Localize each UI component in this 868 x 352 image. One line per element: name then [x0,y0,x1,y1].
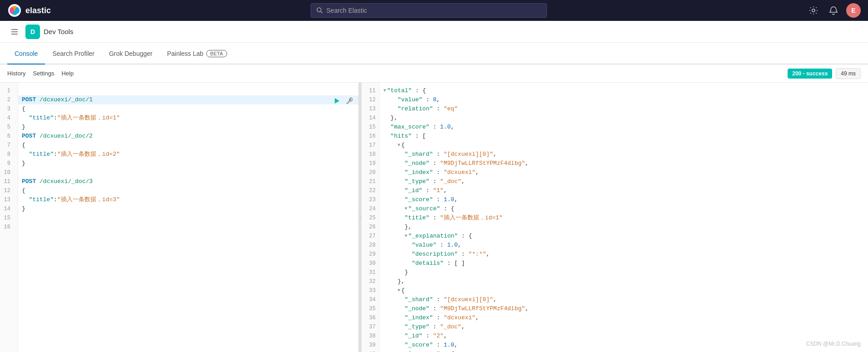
status-badge: 200 - success [788,69,832,79]
output-line-13: "relation" : "eq" [380,104,868,114]
beta-badge: BETA [206,50,227,57]
svg-point-3 [10,7,14,14]
play-icon [333,97,340,104]
output-line-24: ▼ "_source" : { [380,204,868,213]
editor-panel: 1 2 3 4 5 6 7 8 9 10 11 12 13 14 15 16 P… [0,83,359,352]
output-panel: 11 12 13 14 15 16 17 18 19 20 21 22 23 2… [362,83,868,352]
output-line-28: "value" : 1.0 , [380,241,868,250]
help-button[interactable]: Help [61,68,74,79]
output-line-30: "details" : [ ] [380,259,868,268]
top-navigation: elastic Search Elastic E [0,0,868,21]
editor-line-8: "title":"插入一条数据，id=2" [18,150,358,159]
output-line-35: "_node" : "M9DjTwLLRfStYPMzF4dlbg" , [380,304,868,313]
output-line-numbers: 11 12 13 14 15 16 17 18 19 20 21 22 23 2… [362,83,380,352]
editor-line-5: } [18,123,358,132]
output-line-36: "_index" : "dcxuexi" , [380,313,868,322]
output-line-11: ▼ "total" : { [380,86,868,95]
editor-line-11: POST /dcxuexi/_doc/3 [18,177,358,186]
history-button[interactable]: History [7,68,25,79]
app-badge: D [25,25,40,39]
output-line-29: "description" : "*:*" , [380,250,868,259]
tool-bar-left: History Settings Help [7,68,74,79]
output-line-25: "title" : "插入一条数据，id=1" [380,213,868,223]
output-line-22: "_id" : "1" , [380,186,868,195]
editor-line-numbers: 1 2 3 4 5 6 7 8 9 10 11 12 13 14 15 16 [0,83,18,352]
search-bar[interactable]: Search Elastic [311,3,547,18]
editor-line-15 [18,213,358,223]
main-content: 1 2 3 4 5 6 7 8 9 10 11 12 13 14 15 16 P… [0,83,868,352]
search-placeholder: Search Elastic [327,7,367,14]
output-line-39: "_score" : 1.0 , [380,341,868,350]
output-line-12: "value" : 8 , [380,95,868,104]
editor-line-2: POST /dcxuexi/_doc/1 [18,95,358,104]
output-line-19: "_node" : "M9DjTwLLRfStYPMzF4dlbg" , [380,159,868,168]
output-line-15: "max_score" : 1.0 , [380,123,868,132]
editor-line-4: "title":"插入一条数据，id=1" [18,114,358,123]
app-name: Dev Tools [44,28,74,35]
timing-badge: 49 ms [836,68,861,79]
tab-grok-debugger[interactable]: Grok Debugger [102,44,160,64]
tool-bar-right: 200 - success 49 ms [788,68,861,79]
user-avatar[interactable]: E [846,3,861,18]
editor-line-12: { [18,186,358,195]
output-with-lines: 11 12 13 14 15 16 17 18 19 20 21 22 23 2… [362,83,868,352]
elastic-logo-icon [7,3,22,18]
second-navigation: D Dev Tools [0,21,868,43]
editor-line-9: } [18,159,358,168]
output-line-37: "_type" : "_doc" , [380,322,868,332]
svg-marker-11 [335,98,339,104]
editor-content[interactable]: POST /dcxuexi/_doc/1 { "title":"插入一条数据，i… [18,83,358,352]
editor-line-16 [18,223,358,232]
hamburger-button[interactable] [7,25,22,39]
output-line-20: "_index" : "dcxuexi" , [380,168,868,177]
editor-line-6: POST /dcxuexi/_doc/2 [18,132,358,141]
editor-line-14: } [18,204,358,213]
editor-line-7: { [18,141,358,150]
editor-line-1 [18,86,358,95]
editor-line-10 [18,168,358,177]
svg-point-5 [317,8,321,12]
editor-line-3: { [18,104,358,114]
hamburger-icon [10,28,19,36]
settings-button[interactable]: Settings [33,68,54,79]
search-bar-container: Search Elastic [58,3,799,18]
settings-icon-btn[interactable] [806,3,821,18]
gear-icon [809,6,818,15]
watermark: CSDN @Mr.D.Chuang [806,339,861,348]
search-icon [317,7,323,14]
output-line-18: "_shard" : "[dcxuexi][0]" , [380,150,868,159]
query-options-button[interactable] [344,95,355,106]
svg-point-4 [15,7,20,14]
run-query-button[interactable] [331,95,342,106]
output-line-23: "_score" : 1.0 , [380,195,868,204]
output-line-14: }, [380,114,868,123]
elastic-logo[interactable]: elastic [7,3,51,18]
elastic-logo-text: elastic [25,6,51,15]
output-line-33: ▼ { [380,286,868,295]
tab-painless-lab[interactable]: Painless Lab BETA [160,44,234,64]
tab-console[interactable]: Console [7,44,45,64]
tab-bar: Console Search Profiler Grok Debugger Pa… [0,43,868,64]
editor-line-13: "title":"插入一条数据，id=3" [18,195,358,204]
output-content: ▼ "total" : { "value" : 8 , "relation" :… [380,83,868,352]
output-line-34: "_shard" : "[dcxuexi][0]" , [380,295,868,304]
svg-point-7 [812,9,815,12]
top-nav-icons: E [806,3,861,18]
output-line-16: "hits" : [ [380,132,868,141]
output-line-26: }, [380,223,868,232]
tab-search-profiler[interactable]: Search Profiler [45,44,102,64]
wrench-icon [346,97,353,104]
output-line-27: ▼ "_explanation" : { [380,232,868,241]
svg-line-6 [321,11,322,13]
output-line-40: ▼ "_source" : { [380,350,868,352]
svg-point-12 [350,99,351,101]
output-line-17: ▼ { [380,141,868,150]
tool-bar: History Settings Help 200 - success 49 m… [0,64,868,83]
output-line-38: "_id" : "2" , [380,332,868,341]
bell-icon [829,6,838,15]
notifications-icon-btn[interactable] [826,3,841,18]
output-line-21: "_type" : "_doc" , [380,177,868,186]
line-actions [331,95,355,106]
output-line-32: }, [380,277,868,286]
output-line-31: } [380,268,868,277]
